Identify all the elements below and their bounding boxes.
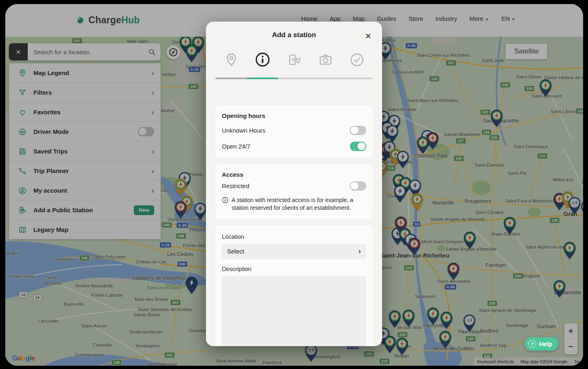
- nav-link-store[interactable]: Store: [409, 15, 423, 22]
- search-input[interactable]: [33, 48, 145, 56]
- restricted-toggle[interactable]: [350, 181, 366, 191]
- sidebar-close-button[interactable]: ✕: [9, 43, 28, 60]
- access-title: Access: [222, 171, 366, 178]
- station-pin[interactable]: [393, 184, 407, 203]
- map-label: Saint-Anicet: [81, 323, 106, 328]
- pin-icon: [18, 69, 27, 78]
- map-label: Calixa-Lavallée: [392, 69, 424, 74]
- route-badge: 133: [429, 76, 440, 82]
- station-pin[interactable]: [538, 78, 553, 97]
- unknown-hours-toggle[interactable]: [350, 126, 366, 135]
- modal-close-button[interactable]: ✕: [365, 31, 371, 41]
- map-label: Marieville: [433, 200, 454, 206]
- route-badge: A-15: [188, 67, 201, 73]
- sidebar-item-trip-planner[interactable]: Trip Planner›: [9, 161, 161, 181]
- nav-link-home[interactable]: Home: [301, 15, 318, 22]
- station-pin[interactable]: [410, 192, 424, 211]
- map-label: Brigham: [523, 273, 541, 278]
- sidebar-item-saved-trips[interactable]: Saved Trips›: [9, 142, 161, 161]
- chevron-right-icon: ›: [152, 69, 154, 77]
- zoom-in-button[interactable]: +: [564, 323, 577, 339]
- map-label: Saint-Ignace-de-Stanbridge: [479, 308, 537, 313]
- route-badge: 18: [19, 292, 27, 298]
- sidebar-item-favorites[interactable]: Favorites›: [9, 102, 161, 122]
- map-label: Pointe-des-: [183, 243, 207, 248]
- nav-link-map[interactable]: Map: [353, 15, 365, 22]
- question-icon: ?: [528, 340, 536, 348]
- sidebar-item-label: Filters: [33, 89, 145, 96]
- step-charger[interactable]: [286, 51, 302, 68]
- station-pin[interactable]: [426, 307, 440, 325]
- station-pin[interactable]: [462, 231, 477, 249]
- restricted-info-text: A station with restricted access is for …: [232, 196, 366, 212]
- station-pin[interactable]: [552, 279, 567, 298]
- station-pin[interactable]: [562, 241, 577, 260]
- station-pin[interactable]: [173, 178, 188, 196]
- station-pin[interactable]: [446, 262, 461, 280]
- station-pin[interactable]: [184, 44, 199, 62]
- station-pin[interactable]: [184, 276, 199, 294]
- step-confirm[interactable]: [349, 51, 365, 68]
- sidebar-item-my-account[interactable]: My account›: [9, 181, 161, 200]
- station-pin[interactable]: [416, 136, 430, 154]
- station-pin[interactable]: [438, 330, 453, 349]
- open-247-toggle[interactable]: [350, 142, 366, 151]
- driver-mode-toggle[interactable]: [138, 127, 154, 136]
- add-station-modal: Add a station ✕: [206, 22, 382, 346]
- nav-link-guides[interactable]: Guides: [377, 15, 396, 22]
- plug-icon: [75, 15, 86, 26]
- logo-text: ChargeHub: [88, 15, 140, 26]
- station-pin[interactable]: [489, 109, 504, 127]
- unknown-hours-label: Unknown Hours: [222, 127, 265, 134]
- keyboard-shortcuts-link[interactable]: Keyboard shortcuts: [474, 359, 517, 364]
- sidebar-item-map-legend[interactable]: Map Legend›: [9, 63, 161, 83]
- search-row: ✕: [9, 43, 161, 60]
- station-pin[interactable]: [401, 309, 416, 327]
- nav-link-app[interactable]: App: [330, 15, 341, 22]
- sidebar-item-filters[interactable]: Filters›: [9, 83, 161, 102]
- location-select[interactable]: Select ›: [222, 244, 366, 259]
- nav-link-more[interactable]: More▼: [469, 15, 489, 22]
- step-info-active[interactable]: [254, 51, 271, 68]
- station-pin[interactable]: T: [462, 313, 477, 332]
- station-pin[interactable]: [502, 216, 517, 235]
- route-badge: 223: [379, 358, 390, 365]
- station-pin[interactable]: [193, 202, 208, 220]
- sidebar-item-label: Legacy Map: [33, 226, 154, 233]
- station-pin[interactable]: [407, 237, 422, 256]
- station-pin[interactable]: [439, 311, 454, 329]
- route-badge: 10: [413, 221, 421, 227]
- map-data-text: Map data ©2024 Google: [517, 359, 571, 364]
- map-label: Hinchinbrooke: [147, 362, 177, 366]
- description-textarea[interactable]: [222, 276, 366, 346]
- floppy-icon: [18, 147, 27, 156]
- map-type-satellite-button[interactable]: Satellite: [506, 44, 547, 59]
- map-label: Pinco: [190, 227, 201, 232]
- station-pin[interactable]: [173, 200, 188, 219]
- sidebar-item-add-a-public-station[interactable]: Add a Public StationNew: [9, 200, 161, 220]
- station-pin[interactable]: [580, 199, 583, 218]
- progress-segment-0: [215, 78, 247, 79]
- station-pin[interactable]: [396, 150, 410, 169]
- map-label: Rivière-Beaudette: [75, 283, 113, 288]
- sidebar-item-driver-mode[interactable]: Driver Mode: [9, 122, 161, 142]
- compass-button[interactable]: [166, 45, 180, 59]
- step-location[interactable]: [223, 51, 239, 68]
- map-label: Bedford: [480, 328, 498, 334]
- route-badge: 133: [465, 336, 476, 342]
- step-photos[interactable]: [317, 51, 334, 68]
- person-icon: [18, 186, 27, 195]
- chargehub-logo[interactable]: ChargeHub: [75, 15, 140, 26]
- zoom-out-button[interactable]: −: [564, 339, 577, 355]
- station-pin[interactable]: [395, 337, 409, 356]
- terms-link[interactable]: Ter: [570, 359, 583, 364]
- sidebar-item-legacy-map[interactable]: Legacy Map: [9, 220, 161, 239]
- map-label: Saint-Liboire: [550, 109, 577, 114]
- chevron-down-icon: ▼: [511, 17, 515, 22]
- nav-link-industry[interactable]: Industry: [435, 15, 457, 22]
- station-pin[interactable]: [387, 309, 402, 328]
- help-button[interactable]: ? Help: [525, 337, 558, 351]
- nav-link-en[interactable]: EN▼: [501, 15, 515, 22]
- progress-segment-1: [247, 78, 278, 79]
- route-badge: 137: [480, 109, 491, 116]
